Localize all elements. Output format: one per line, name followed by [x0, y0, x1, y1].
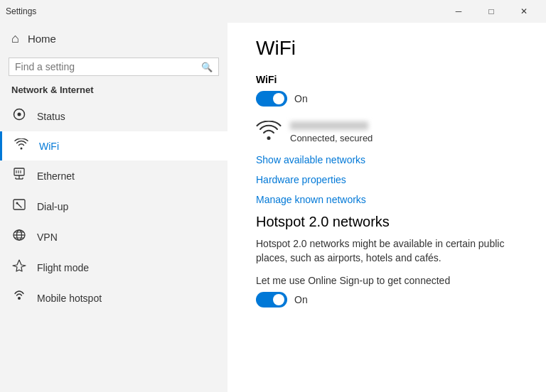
sidebar-item-ethernet-label: Ethernet — [37, 170, 75, 182]
show-networks-link[interactable]: Show available networks — [256, 154, 518, 165]
network-info: Connected, secured — [290, 121, 373, 143]
hotspot-toggle[interactable] — [256, 292, 287, 307]
sidebar-item-wifi[interactable]: WiFi — [0, 131, 228, 160]
content-area: WiFi WiFi On Connected, secured Sh — [228, 23, 546, 392]
sidebar: ⌂ Home 🔍 Network & Internet Status — [0, 23, 228, 392]
search-icon: 🔍 — [201, 62, 213, 72]
sidebar-item-flightmode[interactable]: Flight mode — [0, 252, 228, 283]
sidebar-item-status-label: Status — [37, 111, 65, 122]
sidebar-item-dialup[interactable]: Dial-up — [0, 191, 228, 222]
flight-icon — [11, 259, 27, 276]
search-input[interactable] — [15, 61, 201, 72]
wifi-icon — [14, 138, 29, 153]
wifi-section-title: WiFi — [256, 74, 518, 85]
hotspot-option-label: Let me use Online Sign-up to get connect… — [256, 275, 518, 286]
main-layout: ⌂ Home 🔍 Network & Internet Status — [0, 23, 546, 392]
sidebar-item-flightmode-label: Flight mode — [37, 262, 89, 273]
sidebar-item-vpn-label: VPN — [37, 232, 58, 243]
wifi-toggle[interactable] — [256, 91, 287, 107]
search-box[interactable]: 🔍 — [9, 58, 219, 76]
wifi-toggle-label: On — [294, 93, 308, 104]
dialup-icon — [11, 198, 27, 214]
title-bar: Settings ─ □ ✕ — [0, 0, 546, 23]
svg-point-1 — [18, 113, 21, 116]
window-controls: ─ □ ✕ — [442, 0, 540, 23]
hotspot-description: Hotspot 2.0 networks might be available … — [256, 237, 518, 265]
sidebar-item-wifi-label: WiFi — [39, 141, 59, 152]
sidebar-item-ethernet[interactable]: Ethernet — [0, 160, 228, 191]
hotspot-title: Hotspot 2.0 networks — [256, 214, 518, 230]
sidebar-item-mobilehotspot[interactable]: Mobile hotspot — [0, 283, 228, 313]
wifi-toggle-row: On — [256, 91, 518, 107]
close-button[interactable]: ✕ — [508, 0, 540, 23]
network-name — [290, 121, 368, 130]
hotspot-toggle-row: On — [256, 292, 518, 307]
minimize-button[interactable]: ─ — [442, 0, 475, 23]
ethernet-icon — [11, 168, 27, 184]
manage-networks-link[interactable]: Manage known networks — [256, 194, 518, 205]
page-title: WiFi — [256, 37, 518, 60]
status-icon — [11, 108, 27, 124]
network-item: Connected, secured — [256, 121, 518, 144]
wifi-signal-icon — [256, 121, 282, 144]
home-label: Home — [28, 33, 56, 45]
network-status: Connected, secured — [290, 133, 373, 143]
sidebar-item-vpn[interactable]: VPN — [0, 222, 228, 252]
home-icon: ⌂ — [11, 31, 19, 46]
hardware-properties-link[interactable]: Hardware properties — [256, 174, 518, 185]
app-title: Settings — [6, 6, 36, 16]
section-label: Network & Internet — [0, 82, 228, 101]
svg-rect-2 — [14, 168, 24, 175]
hotspot-toggle-label: On — [294, 294, 308, 305]
maximize-button[interactable]: □ — [475, 0, 508, 23]
svg-rect-10 — [14, 200, 25, 209]
sidebar-item-mobilehotspot-label: Mobile hotspot — [37, 293, 102, 304]
vpn-icon — [11, 229, 27, 245]
sidebar-item-dialup-label: Dial-up — [37, 201, 68, 212]
mobilehotspot-icon — [11, 290, 27, 306]
svg-point-12 — [16, 202, 18, 205]
sidebar-item-home[interactable]: ⌂ Home — [0, 23, 228, 55]
sidebar-item-status[interactable]: Status — [0, 101, 228, 131]
